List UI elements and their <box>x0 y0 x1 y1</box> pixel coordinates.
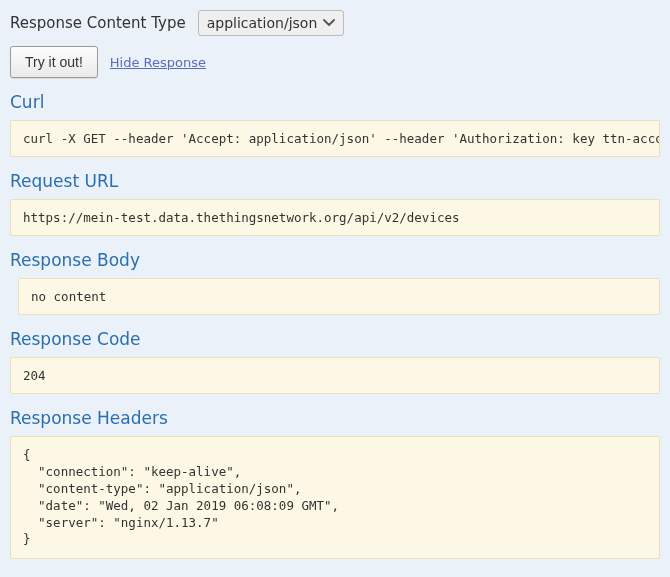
content-type-selected: application/json <box>207 15 318 31</box>
content-type-select[interactable]: application/json <box>198 10 345 36</box>
content-type-label: Response Content Type <box>10 14 186 32</box>
action-row: Try it out! Hide Response <box>10 46 660 78</box>
response-code-heading: Response Code <box>10 329 660 349</box>
request-url-output: https://mein-test.data.thethingsnetwork.… <box>10 199 660 236</box>
response-body-output: no content <box>18 278 660 315</box>
content-type-row: Response Content Type application/json <box>10 10 660 36</box>
try-it-out-button[interactable]: Try it out! <box>10 46 98 78</box>
response-code-output: 204 <box>10 357 660 394</box>
curl-output[interactable]: curl -X GET --header 'Accept: applicatio… <box>10 120 660 157</box>
chevron-down-icon <box>323 19 335 27</box>
hide-response-link[interactable]: Hide Response <box>110 55 206 70</box>
response-body-heading: Response Body <box>10 250 660 270</box>
curl-heading: Curl <box>10 92 660 112</box>
response-headers-output: { "connection": "keep-alive", "content-t… <box>10 436 660 559</box>
response-headers-heading: Response Headers <box>10 408 660 428</box>
request-url-heading: Request URL <box>10 171 660 191</box>
